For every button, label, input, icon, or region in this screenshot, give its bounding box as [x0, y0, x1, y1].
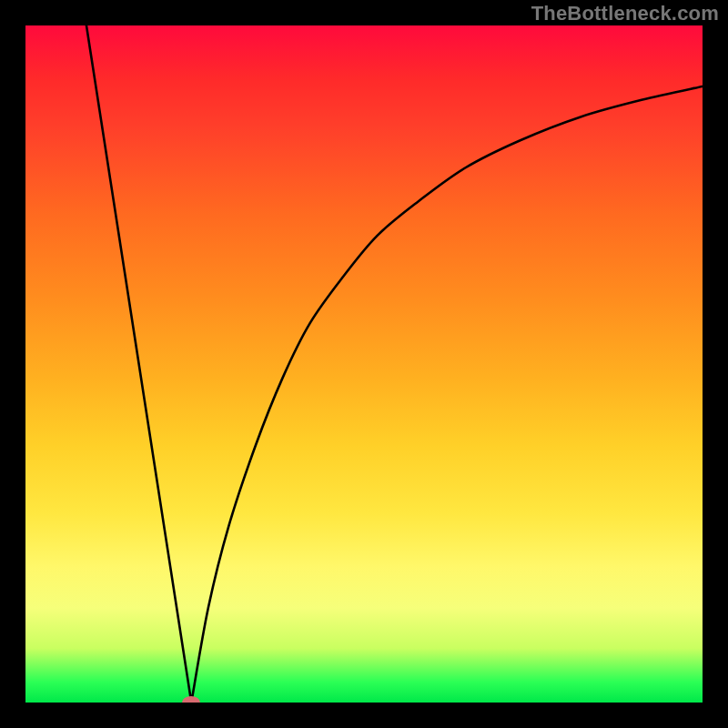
minimum-marker	[182, 696, 200, 703]
bottleneck-chart	[25, 25, 703, 703]
chart-curve	[25, 25, 703, 703]
watermark-text: TheBottleneck.com	[531, 2, 719, 25]
